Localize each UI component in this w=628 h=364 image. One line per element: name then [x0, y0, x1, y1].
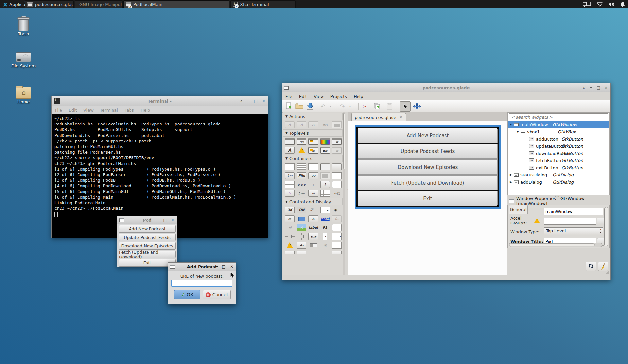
- palette-section-containers[interactable]: ▼Containers: [283, 155, 343, 162]
- update-podcast-feeds-button[interactable]: Update Podcast Feeds: [119, 234, 176, 241]
- close-button[interactable]: ×: [171, 218, 174, 222]
- drawing-area-icon[interactable]: ⇔: [308, 190, 318, 197]
- tree-row-mainwindow[interactable]: ▼ mainWindow GtkWindow: [508, 121, 609, 128]
- tab-general[interactable]: General: [509, 205, 528, 214]
- text-entry-icon[interactable]: [332, 224, 342, 231]
- menu-view[interactable]: View: [310, 93, 327, 100]
- tree-row-exitbutton[interactable]: ▫▪ exitButton GtkButton: [508, 164, 609, 171]
- redo-dropdown[interactable]: ▾: [348, 102, 352, 110]
- palette-section-actions[interactable]: ▼Actions: [283, 113, 343, 120]
- panel-splitter[interactable]: [507, 195, 610, 198]
- selection-handle[interactable]: [497, 205, 499, 207]
- expander-open-icon[interactable]: ▼: [516, 130, 519, 133]
- tree-row-adddialog[interactable]: ▶ addDialog GtkDialog: [508, 178, 609, 186]
- menu-edit[interactable]: Edit: [296, 93, 310, 100]
- aspect-frame-icon[interactable]: File: [297, 172, 306, 179]
- dialog-icon[interactable]: ▫▫: [297, 138, 306, 145]
- new-project-button[interactable]: [285, 102, 293, 110]
- accel-label-icon[interactable]: F1: [320, 224, 330, 231]
- volume-button-icon[interactable]: ◄): [285, 224, 295, 231]
- switch-icon[interactable]: [308, 242, 318, 249]
- add-podcast-titlebar[interactable]: Add Podcast ∧ □ ×: [168, 263, 236, 271]
- message-dialog-icon[interactable]: [308, 138, 318, 145]
- combo-box-entry-icon[interactable]: A▾: [297, 242, 306, 249]
- maximize-button[interactable]: □: [222, 265, 226, 268]
- fetch-button[interactable]: Fetch (Update and Download): [119, 251, 176, 258]
- desktop-icon-home[interactable]: Home: [9, 86, 39, 104]
- menu-tabs[interactable]: Tabs: [121, 107, 137, 114]
- spinner-icon[interactable]: ✳: [320, 242, 330, 249]
- search-widgets-input[interactable]: < search widgets >: [509, 113, 608, 121]
- terminal-titlebar[interactable]: $ Terminal - ∧ □ ×: [52, 96, 268, 106]
- fixed-icon[interactable]: ⇕⇔: [285, 172, 295, 179]
- font-button-icon[interactable]: A: [308, 215, 318, 222]
- hbuttonbox-icon[interactable]: oo: [308, 172, 318, 179]
- button-icon[interactable]: OK: [285, 207, 295, 213]
- design-download-button[interactable]: Download New Episodes: [358, 159, 498, 174]
- color-dialog-icon[interactable]: [320, 138, 330, 145]
- exit-button[interactable]: Exit: [119, 259, 176, 267]
- accel-groups-input[interactable]: [544, 218, 596, 225]
- link-button-icon[interactable]: label: [320, 215, 330, 222]
- ok-button[interactable]: ✓ OK: [174, 290, 200, 299]
- tree-row-addbutton[interactable]: ▫▪ addButton GtkButton: [508, 135, 609, 142]
- menu-help[interactable]: Help: [350, 93, 367, 100]
- input-dialog-icon[interactable]: ≡: [308, 147, 318, 154]
- selector-tool-button[interactable]: [400, 101, 411, 112]
- toolbar-icon[interactable]: [320, 172, 330, 179]
- desktop-icon-trash[interactable]: Trash: [9, 16, 39, 36]
- project-tab[interactable]: podresources.glade ✕: [351, 113, 406, 121]
- table-icon[interactable]: [308, 163, 318, 170]
- menu-file[interactable]: File: [282, 93, 296, 100]
- design-exit-button[interactable]: Exit: [358, 191, 498, 206]
- volume-icon[interactable]: [608, 2, 615, 7]
- taskbar-button-podlocalmain[interactable]: 2 PodLocalMain: [123, 0, 229, 8]
- radio-button-icon[interactable]: ◉—: [332, 207, 342, 213]
- menu-file[interactable]: File: [52, 107, 65, 114]
- cleanup-button[interactable]: [598, 262, 608, 271]
- close-button[interactable]: ×: [262, 99, 265, 103]
- menu-terminal[interactable]: Terminal: [97, 107, 121, 114]
- selection-handle[interactable]: [356, 127, 358, 129]
- open-project-button[interactable]: [295, 102, 304, 110]
- close-tab-icon[interactable]: ✕: [399, 115, 403, 120]
- save-button[interactable]: [306, 102, 315, 110]
- combo-box-icon[interactable]: [332, 233, 342, 240]
- entry-icon[interactable]: [297, 215, 306, 222]
- design-update-button[interactable]: Update Podcast Feeds: [358, 144, 498, 159]
- warning-image-icon[interactable]: [285, 242, 295, 249]
- minimize-button[interactable]: [590, 87, 592, 88]
- recent-chooser-dialog-icon[interactable]: ≡: [332, 147, 342, 154]
- shade-button[interactable]: ∧: [149, 218, 152, 222]
- documentation-button[interactable]: [586, 262, 596, 271]
- menu-help[interactable]: Help: [137, 107, 154, 114]
- taskbar-button-gimp[interactable]: GNU Image Manipulation ...: [75, 0, 123, 8]
- palette-section-control-display[interactable]: ▼Control and Display: [283, 198, 343, 205]
- vscale-icon[interactable]: [297, 233, 306, 240]
- url-input[interactable]: [171, 280, 232, 287]
- statusbar-icon[interactable]: [285, 251, 295, 254]
- close-button[interactable]: ×: [604, 86, 608, 89]
- progress-bar-icon[interactable]: [297, 251, 306, 254]
- menu-edit[interactable]: Edit: [65, 107, 80, 114]
- spin-button-icon[interactable]: [320, 207, 330, 213]
- recent-action-icon[interactable]: ◉A: [320, 121, 330, 128]
- menu-projects[interactable]: Projects: [327, 93, 350, 100]
- resize-grip[interactable]: [605, 271, 609, 274]
- maximize-button[interactable]: □: [597, 86, 600, 89]
- maximize-button[interactable]: □: [163, 218, 167, 222]
- minimize-button[interactable]: [247, 101, 250, 101]
- taskbar-button-glade[interactable]: podresources.glade: [25, 0, 74, 8]
- display-settings-icon[interactable]: [583, 2, 591, 7]
- cut-button[interactable]: ✂: [361, 102, 370, 110]
- designed-main-window[interactable]: Add New Podcast Update Podcast Feeds Dow…: [355, 125, 501, 209]
- accel-groups-more-button[interactable]: ...: [597, 218, 604, 225]
- paste-button[interactable]: [385, 102, 394, 110]
- properties-hscrollbar[interactable]: [509, 243, 602, 247]
- spinner-arrows-icon[interactable]: ▴▾: [600, 228, 601, 234]
- toggle-action-icon[interactable]: A: [297, 121, 306, 128]
- vbox-icon[interactable]: [297, 163, 306, 170]
- tree-row-downloadbutton[interactable]: ▫▪ downloadButton GtkButton: [508, 150, 609, 157]
- shade-button[interactable]: ∧: [240, 99, 243, 103]
- action-group-icon[interactable]: [332, 121, 342, 128]
